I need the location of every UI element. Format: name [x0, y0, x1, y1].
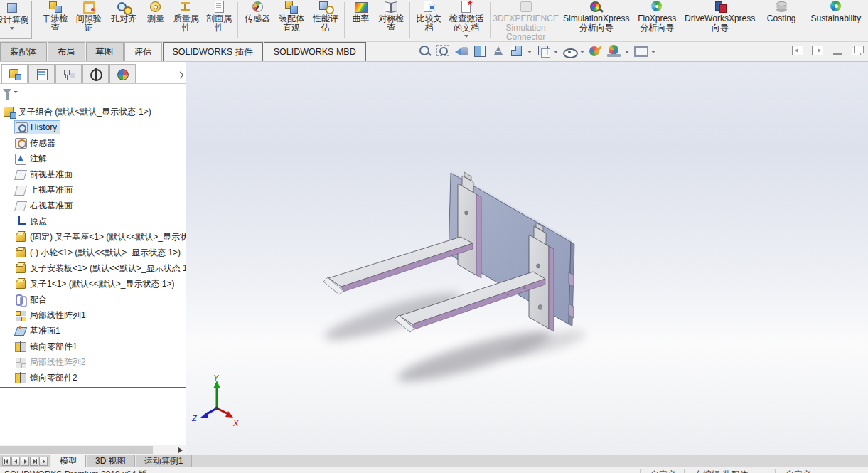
dynamic-annotation-views-icon[interactable] [491, 43, 508, 60]
first-study-button[interactable] [2, 457, 11, 466]
tree-item-annotations[interactable]: 注解 [0, 151, 186, 166]
apply-scene-icon[interactable] [606, 43, 623, 60]
toolbar-button-interference-check[interactable]: 干涉检查 [38, 0, 72, 40]
tree-item-origin[interactable]: 原点 [0, 213, 186, 229]
tree-item-mates[interactable]: 配合 [0, 292, 186, 307]
tree-item-small-wheel[interactable]: (-) 小轮<1> (默认<<默认>_显示状态 1>) [0, 245, 186, 260]
toolbar-button-mass-properties[interactable]: 质量属性 [170, 0, 203, 40]
tree-item-sensors[interactable]: 传感器 [0, 135, 186, 151]
tree-item-label: 基准面1 [30, 325, 60, 337]
next-study-button[interactable] [21, 457, 29, 466]
tab-sketch[interactable]: 草图 [86, 42, 124, 61]
origin-icon [15, 216, 26, 227]
design-study-flyout-button[interactable]: 设计算例 [0, 1, 32, 39]
toolbar-button-label: 对称检查 [375, 14, 407, 33]
triad-x-label: X [232, 419, 239, 427]
collapse-right-pane-icon[interactable] [812, 46, 823, 55]
toolbar-button-section-properties[interactable]: 剖面属性 [203, 0, 235, 40]
minimize-icon[interactable] [833, 53, 842, 55]
tree-filter-row[interactable] [0, 84, 186, 100]
toolbar-separator [237, 2, 238, 38]
viewport-3d[interactable]: Y X Z [186, 62, 868, 455]
tab-motion-study1[interactable]: 运动算例1 [135, 455, 193, 467]
tab-evaluate[interactable]: 评估 [124, 42, 162, 61]
display-style-icon[interactable] [535, 43, 552, 60]
toolbar-button-assembly-visualization[interactable]: 装配体直观 [274, 0, 309, 40]
tree-item-front-plane[interactable]: 前视基准面 [0, 166, 186, 182]
chevron-down-icon[interactable] [650, 43, 657, 60]
tab-dimxpertmanager[interactable] [82, 64, 109, 83]
hide-show-items-icon[interactable] [562, 43, 579, 60]
zoom-to-fit-icon[interactable] [417, 43, 434, 60]
view-settings-icon[interactable] [633, 43, 650, 60]
toolbar-button-sustainability[interactable]: Sustainability [804, 0, 868, 40]
tree-item-mirror-component1[interactable]: 镜向零部件1 [0, 339, 186, 354]
tree-item-top-plane[interactable]: 上视基准面 [0, 182, 186, 198]
section-view-icon[interactable] [472, 43, 489, 60]
toolbar-button-label: 质量属性 [171, 14, 202, 33]
tree-item-mirror-component2[interactable]: 镜向零部件2 [0, 370, 186, 386]
toolbar-button-driveworksxpress-wizard[interactable]: DriveWorksXpress 向导 [681, 0, 759, 40]
previous-view-icon[interactable] [454, 43, 471, 60]
toolbar-button-symmetry-check[interactable]: 对称检查 [375, 0, 407, 40]
toolbar-button-simulationxpress-wizard[interactable]: SimulationXpress 分析向导 [559, 0, 633, 40]
edit-appearance-icon[interactable] [588, 43, 605, 60]
panel-horizontal-scrollbar[interactable] [0, 445, 186, 455]
configuration-manager-icon [63, 68, 75, 80]
tab-layout[interactable]: 布局 [48, 42, 85, 61]
view-orientation-icon[interactable] [509, 43, 526, 60]
tab-solidworks-addins[interactable]: SOLIDWORKS 插件 [163, 42, 263, 61]
last-study-button[interactable] [30, 457, 38, 466]
chevron-down-icon[interactable] [527, 43, 533, 60]
toolbar-button-label: 测量 [147, 14, 164, 23]
tab-solidworks-mbd[interactable]: SOLIDWORKS MBD [264, 42, 366, 61]
tree-item-fork-mount-plate[interactable]: 叉子安装板<1> (默认<<默认>_显示状态 1 [0, 260, 186, 276]
scrollbar-thumb[interactable] [0, 446, 153, 454]
toolbar-button-measure[interactable]: 测量 [142, 0, 170, 40]
scroll-right-icon[interactable] [178, 447, 183, 453]
chevron-down-icon[interactable] [553, 43, 559, 60]
toolbar-button-compare-documents[interactable]: 比较文档 [412, 0, 445, 40]
chevron-down-icon[interactable] [579, 43, 586, 60]
status-custom-1[interactable]: 自定义 [640, 469, 676, 473]
toolbar-button-hole-alignment[interactable]: 孔对齐 [105, 0, 141, 40]
zoom-to-area-icon[interactable] [435, 43, 452, 60]
new-study-button[interactable] [39, 457, 48, 466]
panel-expand-icon[interactable] [178, 73, 183, 78]
chevron-down-icon[interactable] [624, 43, 631, 60]
tree-item-history[interactable]: History [0, 119, 186, 135]
toolbar-button-costing[interactable]: Costing [759, 0, 804, 40]
tree-item-label: 局部线性阵列2 [30, 356, 86, 368]
restore-window-icon[interactable] [852, 48, 861, 55]
symmetry-check-icon [383, 1, 399, 13]
tree-item-local-linear-pattern2[interactable]: 局部线性阵列2 [0, 354, 186, 370]
toolbar-button-performance-evaluation[interactable]: 性能评估 [309, 0, 342, 40]
rollback-bar[interactable] [0, 387, 186, 388]
tree-item-plane1[interactable]: 基准面1 [0, 323, 186, 339]
tab-featuremanager-tree[interactable] [1, 64, 28, 83]
status-custom-2[interactable]: 自定义 [775, 469, 811, 473]
tree-item-right-plane[interactable]: 右视基准面 [0, 198, 186, 213]
part-icon [15, 262, 26, 274]
study-nav-buttons [0, 455, 50, 467]
tab-3d-views[interactable]: 3D 视图 [86, 455, 135, 467]
tree-item-fork1[interactable]: 叉子1<1> (默认<<默认>_显示状态 1>) [0, 276, 186, 292]
toolbar-button-3dexperience-simulation-connector[interactable]: 3DEXPERIENCE Simulation Connector [493, 0, 559, 40]
tab-configurationmanager[interactable] [55, 64, 82, 83]
tab-displaymanager[interactable] [109, 64, 136, 83]
toolbar-button-clearance-verification[interactable]: 间隙验证 [72, 0, 105, 40]
command-manager-toolbar: 设计算例 干涉检查 间隙验证 孔对齐 测量 质量属性 剖面属性 传感器 装配体直… [0, 0, 868, 42]
tab-model[interactable]: 模型 [50, 455, 86, 467]
toolbar-button-sensor[interactable]: 传感器 [240, 0, 274, 40]
toolbar-button-check-active-document[interactable]: 检查激活的文档 [446, 0, 488, 40]
tree-item-local-linear-pattern1[interactable]: 局部线性阵列1 [0, 307, 186, 323]
tab-propertymanager[interactable] [28, 64, 55, 83]
tree-item-fork-base[interactable]: (固定) 叉子基座<1> (默认<<默认>_显示状 [0, 229, 186, 245]
tree-item-assembly-root[interactable]: 叉子组合 (默认<默认_显示状态-1>) [0, 104, 186, 119]
previous-study-button[interactable] [11, 457, 20, 466]
toolbar-button-curvature[interactable]: 曲率 [347, 0, 375, 40]
collapse-left-pane-icon[interactable] [792, 46, 803, 55]
tab-assembly[interactable]: 装配体 [0, 42, 47, 61]
toolbar-button-label: FloXpress 分析向导 [634, 14, 680, 33]
toolbar-button-floxpress-wizard[interactable]: FloXpress 分析向导 [633, 0, 681, 40]
